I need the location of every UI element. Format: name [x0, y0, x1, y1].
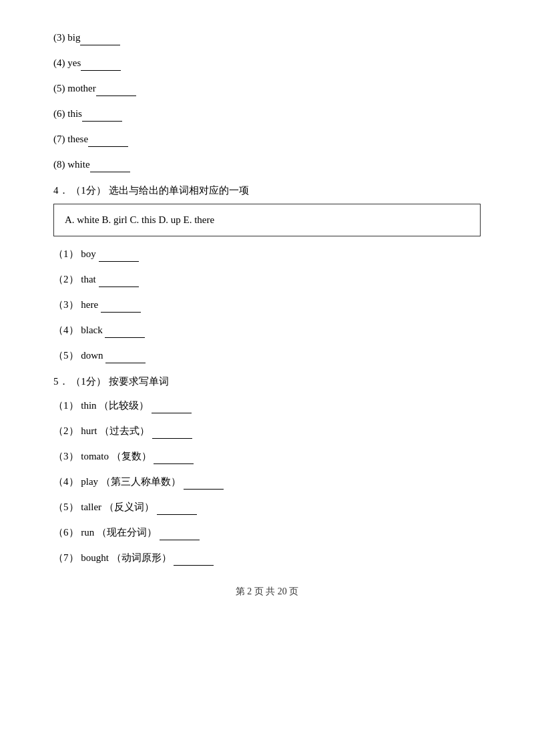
q5-item-5-blank[interactable]: [157, 505, 197, 515]
q5-item-6-req: （现在分词）: [97, 527, 157, 538]
q4-item-5-word: down: [81, 350, 103, 361]
q5-item-6-id: （6）: [53, 527, 79, 538]
q5-item-4-blank[interactable]: [184, 480, 224, 490]
question5-header: 5． （1分） 按要求写单词: [53, 375, 481, 388]
q5-item-2-blank[interactable]: [152, 429, 192, 439]
q4-item-1: （1） boy: [53, 246, 481, 262]
question4-number: 4．: [53, 185, 69, 196]
q5-item-6-word: run: [81, 527, 94, 538]
q5-item-1-word: thin: [81, 400, 96, 411]
q4-item-5-blank[interactable]: [105, 353, 146, 363]
question4-title: 选出与给出的单词相对应的一项: [109, 185, 249, 196]
item-3-5-id: (5): [53, 83, 65, 93]
q5-item-5-req: （反义词）: [104, 502, 154, 512]
item-3-4-word: yes: [67, 57, 81, 68]
item-3-5-word: mother: [67, 83, 96, 93]
q4-item-4-id: （4）: [53, 325, 79, 335]
q5-item-3-blank[interactable]: [154, 454, 194, 464]
question4-section: 4． （1分） 选出与给出的单词相对应的一项 A. white B. girl …: [53, 184, 481, 363]
q5-item-6-blank[interactable]: [160, 530, 200, 540]
q5-item-2-id: （2）: [53, 425, 79, 436]
q5-item-7-id: （7）: [53, 552, 79, 563]
question5-items: （1） thin （比较级） （2） hurt （过去式） （3） tomato…: [53, 397, 481, 566]
q5-item-4: （4） play （第三人称单数）: [53, 474, 481, 490]
question4-score: （1分）: [71, 185, 106, 196]
item-3-7-word: these: [67, 134, 88, 144]
item-3-7-id: (7): [53, 134, 65, 144]
item-3-6-id: (6): [53, 108, 65, 119]
q5-item-5-word: taller: [81, 502, 101, 512]
q4-item-2-id: （2）: [53, 274, 79, 285]
item-3-7-blank[interactable]: [88, 137, 128, 147]
q4-item-3: （3） here: [53, 297, 481, 313]
q5-item-4-req: （第三人称单数）: [101, 476, 181, 487]
q4-item-1-word: boy: [81, 248, 96, 259]
q5-item-5: （5） taller （反义词）: [53, 499, 481, 515]
item-3-8: (8) white: [53, 156, 481, 172]
q4-item-4-word: black: [81, 325, 102, 335]
q4-item-4: （4） black: [53, 322, 481, 338]
q4-item-1-blank[interactable]: [99, 252, 139, 262]
question5-title: 按要求写单词: [109, 376, 169, 387]
item-3-3-blank[interactable]: [80, 35, 120, 45]
q5-item-1-id: （1）: [53, 400, 79, 411]
item-3-6-word: this: [67, 108, 82, 119]
item-3-3-id: (3): [53, 32, 65, 43]
q5-item-1-blank[interactable]: [152, 403, 192, 413]
item-3-8-id: (8): [53, 159, 65, 170]
question4-options-box: A. white B. girl C. this D. up E. there: [53, 204, 481, 236]
q4-item-4-blank[interactable]: [105, 328, 145, 338]
q5-item-7: （7） bought （动词原形）: [53, 550, 481, 566]
question5-score: （1分）: [71, 376, 106, 387]
q5-item-5-id: （5）: [53, 502, 79, 512]
q4-item-3-id: （3）: [53, 299, 79, 310]
q5-item-4-id: （4）: [53, 476, 79, 487]
item-3-7: (7) these: [53, 131, 481, 147]
page-footer: 第 2 页 共 20 页: [53, 586, 481, 598]
q5-item-3-id: （3）: [53, 451, 79, 461]
q5-item-2: （2） hurt （过去式）: [53, 423, 481, 439]
question5-number: 5．: [53, 376, 69, 387]
q4-item-2-word: that: [81, 274, 96, 285]
q5-item-4-word: play: [81, 476, 98, 487]
item-3-4-blank[interactable]: [81, 61, 121, 71]
q5-item-7-blank[interactable]: [174, 556, 214, 566]
q4-item-2-blank[interactable]: [99, 277, 139, 287]
question4-header: 4． （1分） 选出与给出的单词相对应的一项: [53, 184, 481, 197]
q5-item-6: （6） run （现在分词）: [53, 524, 481, 540]
item-3-8-blank[interactable]: [90, 162, 130, 172]
q5-item-2-word: hurt: [81, 425, 97, 436]
item-3-4-id: (4): [53, 57, 65, 68]
item-3-3: (3) big: [53, 29, 481, 45]
item-3-8-word: white: [67, 159, 89, 170]
question4-options: A. white B. girl C. this D. up E. there: [65, 214, 214, 225]
question5-section: 5． （1分） 按要求写单词 （1） thin （比较级） （2） hurt （…: [53, 375, 481, 566]
q5-item-1: （1） thin （比较级）: [53, 397, 481, 413]
q5-item-2-req: （过去式）: [99, 425, 150, 436]
item-3-6-blank[interactable]: [82, 112, 122, 122]
item-3-4: (4) yes: [53, 55, 481, 71]
q4-item-2: （2） that: [53, 271, 481, 287]
item-3-3-word: big: [67, 32, 80, 43]
item-3-5-blank[interactable]: [96, 86, 136, 96]
q5-item-1-req: （比较级）: [99, 400, 149, 411]
q4-item-5-id: （5）: [53, 350, 79, 361]
q4-item-5: （5） down: [53, 347, 481, 363]
section3-items: (3) big (4) yes (5) mother (6) this (7) …: [53, 29, 481, 172]
item-3-6: (6) this: [53, 106, 481, 122]
q5-item-3: （3） tomato （复数）: [53, 448, 481, 464]
q4-item-3-word: here: [81, 299, 98, 310]
q5-item-3-req: （复数）: [111, 451, 152, 461]
q4-item-1-id: （1）: [53, 248, 79, 259]
q5-item-3-word: tomato: [81, 451, 109, 461]
q4-item-3-blank[interactable]: [101, 303, 141, 313]
question4-items: （1） boy （2） that （3） here （4） black （5） …: [53, 246, 481, 363]
q5-item-7-req: （动词原形）: [111, 552, 172, 563]
q5-item-7-word: bought: [81, 552, 109, 563]
footer-text: 第 2 页 共 20 页: [236, 586, 299, 596]
item-3-5: (5) mother: [53, 80, 481, 96]
